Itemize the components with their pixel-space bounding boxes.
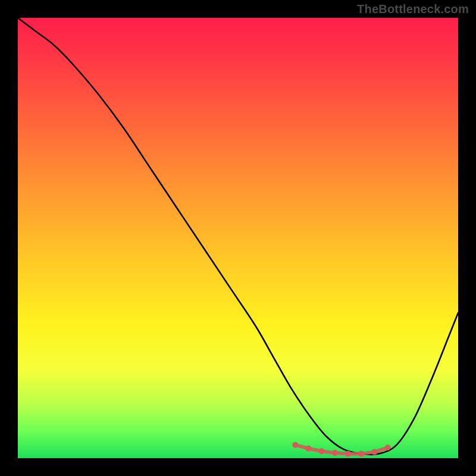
bottleneck-curve xyxy=(18,18,458,455)
minimum-band-dot xyxy=(319,448,325,454)
plot-area xyxy=(18,18,458,458)
attribution-label: TheBottleneck.com xyxy=(357,2,469,16)
minimum-band-markers xyxy=(292,442,390,457)
minimum-band-dot xyxy=(292,442,298,448)
minimum-band-dot xyxy=(332,450,338,456)
minimum-band-dot xyxy=(371,449,377,455)
minimum-band-line xyxy=(295,445,387,454)
chart-frame: TheBottleneck.com xyxy=(0,0,476,476)
minimum-band-dot xyxy=(385,444,391,450)
minimum-band-dot xyxy=(305,446,311,452)
curve-layer xyxy=(18,18,458,458)
minimum-band-dot xyxy=(358,451,364,457)
minimum-band-dot xyxy=(345,451,351,457)
